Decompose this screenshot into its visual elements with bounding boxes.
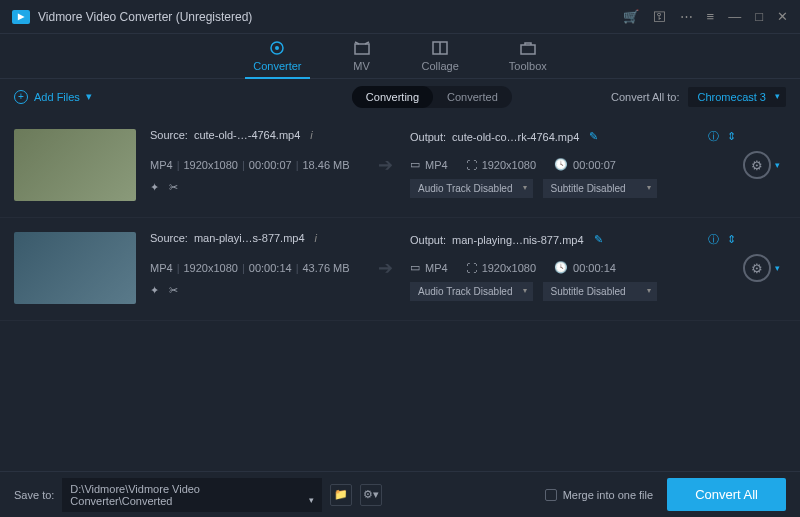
maximize-icon[interactable]: □ xyxy=(755,9,763,24)
thumbnail[interactable] xyxy=(14,232,136,304)
plus-icon: + xyxy=(14,90,28,104)
compress-icon[interactable]: ⇕ xyxy=(727,130,736,143)
source-filename: cute-old-…-4764.mp4 xyxy=(194,129,300,141)
svg-rect-2 xyxy=(355,44,369,54)
output-filename: cute-old-co…rk-4764.mp4 xyxy=(452,131,579,143)
info-circle-icon[interactable]: ⓘ xyxy=(708,129,719,144)
add-files-button[interactable]: + Add Files ▾ xyxy=(14,90,92,104)
arrow-icon: ➔ xyxy=(368,129,402,201)
info-circle-icon[interactable]: ⓘ xyxy=(708,232,719,247)
file-item: Source: cute-old-…-4764.mp4 i MP4|1920x1… xyxy=(0,115,800,218)
convert-all-label: Convert All to: xyxy=(611,91,679,103)
close-icon[interactable]: ✕ xyxy=(777,9,788,24)
edit-icon[interactable]: ✎ xyxy=(589,130,598,143)
clock-icon: 🕓 xyxy=(554,158,568,171)
tab-converted[interactable]: Converted xyxy=(433,86,512,108)
source-filename: man-playi…s-877.mp4 xyxy=(194,232,305,244)
thumbnail[interactable] xyxy=(14,129,136,201)
converter-icon xyxy=(267,40,287,56)
chevron-down-icon[interactable]: ▾ xyxy=(775,160,780,170)
toolbar: + Add Files ▾ Converting Converted Conve… xyxy=(0,79,800,115)
source-meta: MP4|1920x1080|00:00:07|18.46 MB xyxy=(150,159,368,171)
file-item: Source: man-playi…s-877.mp4 i MP4|1920x1… xyxy=(0,218,800,321)
convert-all-select[interactable]: Chromecast 3 xyxy=(688,87,786,107)
titlebar: ▶ Vidmore Video Converter (Unregistered)… xyxy=(0,0,800,34)
feedback-icon[interactable]: ⋯ xyxy=(680,9,693,24)
compress-icon[interactable]: ⇕ xyxy=(727,233,736,246)
output-label: Output: xyxy=(410,131,446,143)
format-icon: ▭ xyxy=(410,261,420,274)
app-title: Vidmore Video Converter (Unregistered) xyxy=(38,10,252,24)
collage-icon xyxy=(430,40,450,56)
effects-icon[interactable]: ✦ xyxy=(150,181,159,194)
chevron-down-icon[interactable]: ▾ xyxy=(775,263,780,273)
subtitle-select[interactable]: Subtitle Disabled xyxy=(543,282,657,301)
merge-label: Merge into one file xyxy=(563,489,654,501)
save-to-label: Save to: xyxy=(14,489,54,501)
tab-toolbox[interactable]: Toolbox xyxy=(509,40,547,78)
svg-point-1 xyxy=(275,46,279,50)
output-label: Output: xyxy=(410,234,446,246)
tab-converting[interactable]: Converting xyxy=(352,86,433,108)
file-list: Source: cute-old-…-4764.mp4 i MP4|1920x1… xyxy=(0,115,800,471)
toolbox-icon xyxy=(518,40,538,56)
app-logo: ▶ xyxy=(12,10,30,24)
status-tabs: Converting Converted xyxy=(352,86,512,108)
mv-icon xyxy=(352,40,372,56)
menu-icon[interactable]: ≡ xyxy=(707,9,715,24)
arrow-icon: ➔ xyxy=(368,232,402,304)
tab-mv[interactable]: MV xyxy=(352,40,372,78)
tab-collage[interactable]: Collage xyxy=(422,40,459,78)
source-label: Source: xyxy=(150,232,188,244)
format-icon: ▭ xyxy=(410,158,420,171)
resolution-icon: ⛶ xyxy=(466,262,477,274)
trim-icon[interactable]: ✂ xyxy=(169,284,178,297)
audio-track-select[interactable]: Audio Track Disabled xyxy=(410,179,533,198)
key-icon[interactable]: ⚿ xyxy=(653,9,666,24)
svg-rect-5 xyxy=(521,45,535,54)
output-filename: man-playing…nis-877.mp4 xyxy=(452,234,583,246)
resolution-icon: ⛶ xyxy=(466,159,477,171)
minimize-icon[interactable]: — xyxy=(728,9,741,24)
info-icon[interactable]: i xyxy=(315,232,317,244)
save-path-select[interactable]: D:\Vidmore\Vidmore Video Converter\Conve… xyxy=(62,478,322,512)
info-icon[interactable]: i xyxy=(310,129,312,141)
effects-icon[interactable]: ✦ xyxy=(150,284,159,297)
convert-all-button[interactable]: Convert All xyxy=(667,478,786,511)
convert-all-group: Convert All to: Chromecast 3 xyxy=(611,87,786,107)
tab-converter[interactable]: Converter xyxy=(253,40,301,78)
main-tabs: Converter MV Collage Toolbox xyxy=(0,34,800,79)
chevron-down-icon: ▾ xyxy=(86,90,92,103)
bottom-bar: Save to: D:\Vidmore\Vidmore Video Conver… xyxy=(0,471,800,517)
cart-icon[interactable]: 🛒 xyxy=(623,9,639,24)
audio-track-select[interactable]: Audio Track Disabled xyxy=(410,282,533,301)
trim-icon[interactable]: ✂ xyxy=(169,181,178,194)
open-folder-icon[interactable]: 📁 xyxy=(330,484,352,506)
subtitle-select[interactable]: Subtitle Disabled xyxy=(543,179,657,198)
edit-icon[interactable]: ✎ xyxy=(594,233,603,246)
output-settings-icon[interactable]: ⚙ xyxy=(743,254,771,282)
clock-icon: 🕓 xyxy=(554,261,568,274)
merge-group: Merge into one file xyxy=(545,489,654,501)
source-label: Source: xyxy=(150,129,188,141)
merge-checkbox[interactable] xyxy=(545,489,557,501)
output-settings-icon[interactable]: ⚙ xyxy=(743,151,771,179)
settings-icon[interactable]: ⚙▾ xyxy=(360,484,382,506)
source-meta: MP4|1920x1080|00:00:14|43.76 MB xyxy=(150,262,368,274)
